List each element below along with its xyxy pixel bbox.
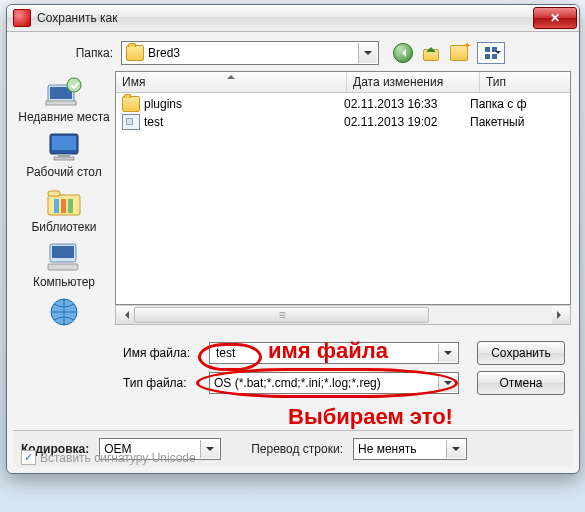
chevron-down-icon[interactable] <box>446 440 465 458</box>
titlebar[interactable]: Сохранить как ✕ <box>7 5 579 32</box>
place-libraries[interactable]: Библиотеки <box>16 185 112 234</box>
file-name: test <box>144 115 344 129</box>
svg-rect-11 <box>61 199 66 213</box>
chevron-down-icon[interactable] <box>438 374 457 392</box>
svg-rect-7 <box>54 157 74 160</box>
recent-places-icon <box>44 75 84 109</box>
back-icon <box>393 43 413 63</box>
folder-value: Bred3 <box>148 46 180 60</box>
column-date[interactable]: Дата изменения <box>347 72 480 92</box>
filetype-label: Тип файла: <box>123 376 209 390</box>
chevron-down-icon[interactable] <box>200 440 219 458</box>
scroll-track[interactable] <box>134 306 552 324</box>
lineend-value: Не менять <box>358 442 416 456</box>
grid-icon <box>485 47 497 59</box>
filename-label: Имя файла: <box>123 346 209 360</box>
lineend-combo[interactable]: Не менять <box>353 438 467 460</box>
chevron-down-icon[interactable] <box>438 344 457 362</box>
new-folder-icon <box>450 45 468 61</box>
svg-rect-14 <box>52 246 74 258</box>
svg-rect-12 <box>68 199 73 213</box>
column-name[interactable]: Имя <box>116 72 347 92</box>
place-desktop[interactable]: Рабочий стол <box>16 130 112 179</box>
regfile-icon <box>122 114 140 130</box>
unicode-signature-label: Вставить сигнатуру Unicode <box>40 451 196 465</box>
file-date: 02.11.2013 19:02 <box>344 115 470 129</box>
close-button[interactable]: ✕ <box>533 7 577 29</box>
app-icon <box>13 9 31 27</box>
unicode-signature-checkbox[interactable]: ✓ Вставить сигнатуру Unicode <box>21 450 196 465</box>
chevron-down-icon[interactable] <box>358 43 377 63</box>
place-recent-label: Недавние места <box>16 111 112 124</box>
cancel-button[interactable]: Отмена <box>477 371 565 395</box>
file-type: Папка с ф <box>470 97 570 111</box>
places-bar: Недавние места Рабочий стол Библиотеки <box>13 71 115 395</box>
place-computer[interactable]: Компьютер <box>16 240 112 289</box>
folder-combo[interactable]: Bred3 <box>121 41 379 65</box>
filetype-value: OS (*.bat;*.cmd;*.ini;*.log;*.reg) <box>214 376 454 390</box>
window-title: Сохранить как <box>37 11 117 25</box>
list-item[interactable]: test02.11.2013 19:02Пакетный <box>116 113 570 131</box>
client-area: Папка: Bred3 Недавние места <box>13 35 573 467</box>
place-network[interactable] <box>16 295 112 331</box>
column-type[interactable]: Тип <box>480 72 570 92</box>
folder-label: Папка: <box>53 46 113 60</box>
save-as-dialog: Сохранить как ✕ Папка: Bred3 <box>6 4 580 474</box>
scroll-thumb[interactable] <box>134 307 429 323</box>
folder-icon <box>122 96 140 112</box>
desktop-icon <box>44 130 84 164</box>
svg-rect-15 <box>48 264 78 270</box>
place-computer-label: Компьютер <box>16 276 112 289</box>
lineend-label: Перевод строки: <box>251 442 343 456</box>
view-menu-button[interactable] <box>477 42 505 64</box>
folder-up-icon <box>423 45 439 61</box>
file-type: Пакетный <box>470 115 570 129</box>
computer-icon <box>44 240 84 274</box>
file-list[interactable]: Имя Дата изменения Тип plugins02.11.2013… <box>115 71 571 305</box>
checkbox-icon: ✓ <box>21 450 36 465</box>
scroll-right-button[interactable] <box>552 306 570 324</box>
nav-up-button[interactable] <box>421 43 441 63</box>
place-desktop-label: Рабочий стол <box>16 166 112 179</box>
file-date: 02.11.2013 16:33 <box>344 97 470 111</box>
svg-rect-2 <box>46 101 76 105</box>
libraries-icon <box>44 185 84 219</box>
folder-icon <box>126 45 144 61</box>
horizontal-scrollbar[interactable] <box>115 305 571 325</box>
filename-input[interactable] <box>209 342 459 364</box>
scroll-left-button[interactable] <box>116 306 134 324</box>
network-icon <box>44 295 84 329</box>
nav-back-button[interactable] <box>393 43 413 63</box>
svg-point-3 <box>67 78 81 92</box>
place-libraries-label: Библиотеки <box>16 221 112 234</box>
file-name: plugins <box>144 97 344 111</box>
svg-rect-5 <box>52 136 76 150</box>
svg-rect-10 <box>54 199 59 213</box>
list-header[interactable]: Имя Дата изменения Тип <box>116 72 570 93</box>
svg-rect-9 <box>48 191 60 196</box>
filename-field[interactable] <box>214 345 454 361</box>
nav-newfolder-button[interactable] <box>449 43 469 63</box>
save-button[interactable]: Сохранить <box>477 341 565 365</box>
place-recent[interactable]: Недавние места <box>16 75 112 124</box>
list-item[interactable]: plugins02.11.2013 16:33Папка с ф <box>116 95 570 113</box>
filetype-combo[interactable]: OS (*.bat;*.cmd;*.ini;*.log;*.reg) <box>209 372 459 394</box>
sort-asc-icon <box>227 71 235 79</box>
